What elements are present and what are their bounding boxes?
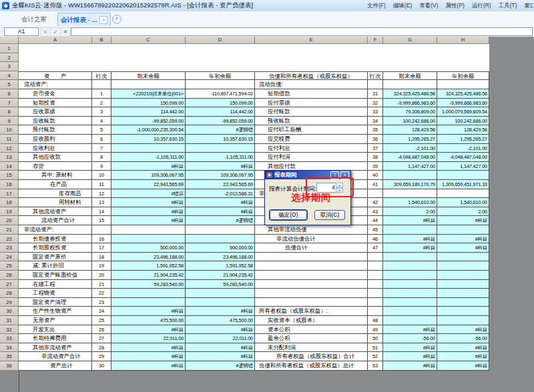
column-header-A[interactable]: A <box>19 37 92 44</box>
cell-line-no[interactable]: 42 <box>368 198 383 207</box>
menu-file[interactable]: 文件(F) <box>366 2 387 10</box>
cell-ending-balance[interactable]: #科目 <box>111 207 186 217</box>
cell-ending-balance[interactable] <box>383 298 437 307</box>
cell-asset-label[interactable]: 其他非流动资产 <box>19 343 92 353</box>
cell-ending-balance[interactable]: -4,048,487,048.00 <box>383 153 437 162</box>
cell-beginning-balance[interactable] <box>437 307 489 316</box>
cell-asset-label[interactable]: 固定资产原价 <box>19 253 92 262</box>
cell-line-no[interactable]: 32 <box>368 99 383 108</box>
cell-ending-balance[interactable] <box>383 189 437 199</box>
cell-beginning-balance[interactable]: 22,943,565.69 <box>186 180 255 189</box>
cell-asset-label[interactable]: 流动资产合计 <box>19 216 92 225</box>
cell-line-no[interactable]: 40 <box>368 171 383 180</box>
tab-accounting-home[interactable]: 会计之家 <box>12 13 56 26</box>
cell-line-no[interactable]: 29 <box>92 352 111 361</box>
cell-line-no[interactable]: 50 <box>368 334 383 343</box>
cell-asset-label[interactable]: 减: 累计折旧 <box>19 261 92 271</box>
cell-beginning-balance[interactable]: 324,325,425,486.56 <box>437 89 489 99</box>
cell-asset-label[interactable]: 工程物资 <box>19 289 92 298</box>
cell-line-no[interactable]: 51 <box>368 343 383 353</box>
cell-beginning-balance[interactable]: -4,048,487,048.00 <box>437 153 489 162</box>
cell-liability-label[interactable]: 负债合计 <box>255 243 368 253</box>
cell-asset-label[interactable]: 预付账款 <box>19 125 92 135</box>
cell-beginning-balance[interactable]: #逻辑错 <box>186 216 255 225</box>
cell-asset-label[interactable]: 无形资产 <box>19 316 92 325</box>
cell-line-no[interactable] <box>368 261 383 271</box>
cell-beginning-balance[interactable] <box>437 225 489 235</box>
cell-beginning-balance[interactable] <box>437 253 489 262</box>
cell-line-no[interactable]: 26 <box>92 325 111 335</box>
cell-beginning-balance[interactable] <box>186 235 255 244</box>
menu-window[interactable]: 窗口(W) <box>523 2 534 10</box>
row-header-33[interactable]: 33 <box>0 334 19 343</box>
cell-ending-balance[interactable]: 1,295,265.27 <box>383 135 437 144</box>
cell-ending-balance[interactable] <box>111 298 186 307</box>
header-cell-beginning[interactable]: 年初余额 <box>437 71 489 81</box>
cell-liability-label[interactable]: 盈余公积 <box>255 334 368 343</box>
cell-ending-balance[interactable]: #科目 <box>383 343 437 353</box>
row-header-18[interactable]: 18 <box>0 198 19 207</box>
cell-ending-balance[interactable]: #科目 <box>111 361 186 371</box>
cell-ending-balance[interactable]: #科目 <box>111 352 186 361</box>
cell-beginning-balance[interactable]: 128,429.56 <box>437 125 489 135</box>
cell-ending-balance[interactable] <box>111 289 186 298</box>
cell-liability-label[interactable]: 预收账款 <box>255 117 368 126</box>
cell-ending-balance[interactable]: 59,283,540.00 <box>111 280 186 289</box>
cell-ending-balance[interactable]: 324,325,425,486.56 <box>383 89 437 99</box>
column-header-G[interactable]: G <box>383 37 437 44</box>
cell-line-no[interactable]: 11 <box>92 180 111 189</box>
cell-ending-balance[interactable]: #科目 <box>111 216 186 225</box>
cell-liability-label[interactable]: 未分配利润 <box>255 343 368 353</box>
cell-beginning-balance[interactable] <box>186 289 255 298</box>
cell-liability-label[interactable]: 流动负债: <box>255 80 368 89</box>
cell-beginning-balance[interactable]: #科目 <box>437 243 489 253</box>
cell-ending-balance[interactable] <box>383 289 437 298</box>
cell-asset-label[interactable]: 固定资产清理 <box>19 298 92 307</box>
cell-ending-balance[interactable]: -1,105,311.00 <box>111 153 186 162</box>
tab-report-active[interactable]: 会计报表 - ... × <box>57 13 111 26</box>
cell-ending-balance[interactable]: 22,943,565.69 <box>111 180 186 189</box>
cell-beginning-balance[interactable] <box>186 144 255 153</box>
cell-ending-balance[interactable]: -2,101.00 <box>383 144 437 153</box>
cell-ending-balance[interactable] <box>383 225 437 235</box>
row-header-22[interactable]: 22 <box>0 235 19 244</box>
column-header-E[interactable]: E <box>255 37 368 44</box>
header-cell-assets[interactable]: 资 产 <box>19 71 92 81</box>
cell-line-no[interactable]: 12 <box>92 189 111 199</box>
cell-ending-balance[interactable]: -56.00 <box>383 334 437 343</box>
cell-ending-balance[interactable] <box>383 171 437 180</box>
cell-asset-label[interactable]: 非流动资产: <box>19 225 92 235</box>
cell-ending-balance[interactable]: 79,306,809.00 <box>383 107 437 117</box>
cell-asset-label[interactable]: 开发支出 <box>19 325 92 335</box>
menu-tools[interactable]: 工具(T) <box>497 2 519 10</box>
cell-line-no[interactable]: 33 <box>368 107 383 117</box>
cell-line-no[interactable]: 47 <box>368 243 383 253</box>
cell-liability-label[interactable]: 应交税费 <box>255 135 368 144</box>
cell-ending-balance[interactable]: #科目 <box>383 361 437 371</box>
cell-ending-balance[interactable] <box>111 80 186 89</box>
row-header-26[interactable]: 26 <box>0 271 19 280</box>
cell-line-no[interactable]: 38 <box>368 153 383 162</box>
cell-line-no[interactable] <box>92 80 111 89</box>
cell-asset-label[interactable]: 长期债券投资 <box>19 235 92 244</box>
header-cell-liabilities[interactable]: 负债和所有者权益（或股东权益） <box>255 71 368 81</box>
cell-line-no[interactable] <box>368 289 383 298</box>
cell-line-no[interactable] <box>368 271 383 280</box>
cell-asset-label[interactable]: 其他应收款 <box>19 153 92 162</box>
cell-asset-label[interactable]: 短期投资 <box>19 99 92 108</box>
cell-asset-label[interactable]: 固定资产账面价值 <box>19 271 92 280</box>
row-header-9[interactable]: 9 <box>0 117 19 126</box>
cell-beginning-balance[interactable] <box>437 189 489 199</box>
cell-beginning-balance[interactable]: 100,242,686.00 <box>437 117 489 126</box>
cell-ending-balance[interactable]: 1,591,952.58 <box>111 261 186 271</box>
cell-line-no[interactable]: 30 <box>92 361 111 371</box>
cell-beginning-balance[interactable]: #科目 <box>437 235 489 244</box>
cell-asset-label[interactable]: 长期待摊费用 <box>19 334 92 343</box>
cell-ending-balance[interactable]: #科目 <box>111 162 186 171</box>
cell-line-no[interactable]: 7 <box>92 144 111 153</box>
cell-liability-label[interactable]: 应付利息 <box>255 144 368 153</box>
cell-ending-balance[interactable]: 150,099.00 <box>111 99 186 108</box>
cell-line-no[interactable]: 35 <box>368 125 383 135</box>
row-header-4[interactable]: 4 <box>0 71 19 81</box>
cell-ending-balance[interactable]: 114,442.00 <box>111 107 186 117</box>
